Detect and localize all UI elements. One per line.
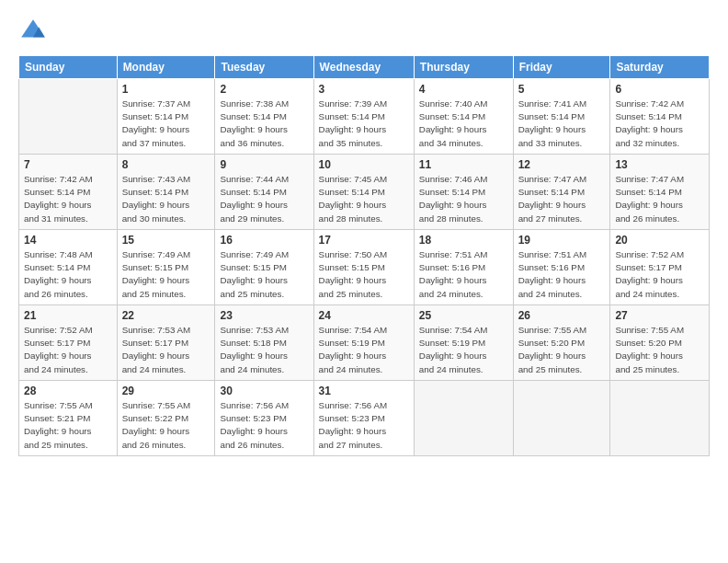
calendar-cell bbox=[610, 381, 710, 456]
day-info: Sunrise: 7:51 AM Sunset: 5:16 PM Dayligh… bbox=[419, 248, 508, 301]
day-number: 23 bbox=[220, 309, 308, 322]
calendar-week-2: 7Sunrise: 7:42 AM Sunset: 5:14 PM Daylig… bbox=[19, 155, 710, 230]
calendar-cell: 8Sunrise: 7:43 AM Sunset: 5:14 PM Daylig… bbox=[117, 155, 215, 230]
calendar-cell: 7Sunrise: 7:42 AM Sunset: 5:14 PM Daylig… bbox=[19, 155, 118, 230]
calendar-cell bbox=[414, 381, 513, 456]
calendar-cell: 19Sunrise: 7:51 AM Sunset: 5:16 PM Dayli… bbox=[513, 230, 610, 305]
day-number: 1 bbox=[122, 83, 210, 96]
day-number: 2 bbox=[220, 83, 308, 96]
day-info: Sunrise: 7:55 AM Sunset: 5:22 PM Dayligh… bbox=[122, 399, 210, 452]
calendar-cell: 15Sunrise: 7:49 AM Sunset: 5:15 PM Dayli… bbox=[117, 230, 215, 305]
calendar-cell bbox=[513, 381, 610, 456]
day-number: 5 bbox=[518, 83, 606, 96]
day-info: Sunrise: 7:37 AM Sunset: 5:14 PM Dayligh… bbox=[122, 98, 210, 150]
logo-icon bbox=[18, 17, 48, 46]
calendar-cell: 23Sunrise: 7:53 AM Sunset: 5:18 PM Dayli… bbox=[215, 305, 313, 381]
calendar-week-4: 21Sunrise: 7:52 AM Sunset: 5:17 PM Dayli… bbox=[19, 305, 710, 381]
day-info: Sunrise: 7:48 AM Sunset: 5:14 PM Dayligh… bbox=[24, 248, 112, 301]
day-number: 8 bbox=[122, 158, 210, 171]
day-info: Sunrise: 7:53 AM Sunset: 5:17 PM Dayligh… bbox=[122, 324, 210, 376]
day-number: 15 bbox=[122, 234, 210, 247]
day-info: Sunrise: 7:46 AM Sunset: 5:14 PM Dayligh… bbox=[419, 173, 508, 225]
weekday-header-saturday: Saturday bbox=[610, 56, 710, 79]
calendar-week-5: 28Sunrise: 7:55 AM Sunset: 5:21 PM Dayli… bbox=[19, 381, 710, 456]
calendar-cell: 18Sunrise: 7:51 AM Sunset: 5:16 PM Dayli… bbox=[414, 230, 513, 305]
weekday-header-sunday: Sunday bbox=[19, 56, 118, 79]
day-info: Sunrise: 7:41 AM Sunset: 5:14 PM Dayligh… bbox=[518, 98, 606, 150]
day-info: Sunrise: 7:53 AM Sunset: 5:18 PM Dayligh… bbox=[220, 324, 308, 376]
calendar-cell: 2Sunrise: 7:38 AM Sunset: 5:14 PM Daylig… bbox=[215, 79, 313, 155]
day-number: 7 bbox=[24, 158, 112, 171]
day-number: 28 bbox=[24, 385, 112, 397]
day-info: Sunrise: 7:42 AM Sunset: 5:14 PM Dayligh… bbox=[615, 98, 704, 150]
day-info: Sunrise: 7:55 AM Sunset: 5:20 PM Dayligh… bbox=[518, 324, 606, 376]
day-number: 11 bbox=[419, 158, 508, 171]
day-number: 3 bbox=[319, 83, 409, 96]
day-number: 12 bbox=[518, 158, 606, 171]
calendar-cell: 3Sunrise: 7:39 AM Sunset: 5:14 PM Daylig… bbox=[313, 79, 414, 155]
day-number: 24 bbox=[319, 309, 409, 322]
day-info: Sunrise: 7:54 AM Sunset: 5:19 PM Dayligh… bbox=[319, 324, 409, 376]
day-number: 9 bbox=[220, 158, 308, 171]
day-number: 18 bbox=[419, 234, 508, 247]
day-number: 29 bbox=[122, 385, 210, 397]
day-number: 22 bbox=[122, 309, 210, 322]
calendar-cell: 14Sunrise: 7:48 AM Sunset: 5:14 PM Dayli… bbox=[19, 230, 118, 305]
calendar-cell: 29Sunrise: 7:55 AM Sunset: 5:22 PM Dayli… bbox=[117, 381, 215, 456]
day-info: Sunrise: 7:55 AM Sunset: 5:21 PM Dayligh… bbox=[24, 399, 112, 452]
calendar-cell: 17Sunrise: 7:50 AM Sunset: 5:15 PM Dayli… bbox=[313, 230, 414, 305]
day-info: Sunrise: 7:50 AM Sunset: 5:15 PM Dayligh… bbox=[319, 248, 409, 301]
calendar-week-3: 14Sunrise: 7:48 AM Sunset: 5:14 PM Dayli… bbox=[19, 230, 710, 305]
calendar-week-1: 1Sunrise: 7:37 AM Sunset: 5:14 PM Daylig… bbox=[19, 79, 710, 155]
weekday-header-friday: Friday bbox=[513, 56, 610, 79]
calendar-cell: 22Sunrise: 7:53 AM Sunset: 5:17 PM Dayli… bbox=[117, 305, 215, 381]
day-info: Sunrise: 7:56 AM Sunset: 5:23 PM Dayligh… bbox=[220, 399, 308, 452]
day-number: 4 bbox=[419, 83, 508, 96]
day-number: 19 bbox=[518, 234, 606, 247]
calendar-header: SundayMondayTuesdayWednesdayThursdayFrid… bbox=[19, 56, 710, 79]
day-info: Sunrise: 7:47 AM Sunset: 5:14 PM Dayligh… bbox=[518, 173, 606, 225]
calendar-body: 1Sunrise: 7:37 AM Sunset: 5:14 PM Daylig… bbox=[19, 79, 710, 456]
day-info: Sunrise: 7:45 AM Sunset: 5:14 PM Dayligh… bbox=[319, 173, 409, 225]
day-number: 25 bbox=[419, 309, 508, 322]
day-info: Sunrise: 7:39 AM Sunset: 5:14 PM Dayligh… bbox=[319, 98, 409, 150]
calendar-cell: 4Sunrise: 7:40 AM Sunset: 5:14 PM Daylig… bbox=[414, 79, 513, 155]
day-info: Sunrise: 7:42 AM Sunset: 5:14 PM Dayligh… bbox=[24, 173, 112, 225]
calendar-cell: 26Sunrise: 7:55 AM Sunset: 5:20 PM Dayli… bbox=[513, 305, 610, 381]
day-number: 10 bbox=[319, 158, 409, 171]
day-info: Sunrise: 7:47 AM Sunset: 5:14 PM Dayligh… bbox=[615, 173, 704, 225]
header bbox=[18, 17, 710, 46]
calendar-cell: 20Sunrise: 7:52 AM Sunset: 5:17 PM Dayli… bbox=[610, 230, 710, 305]
day-info: Sunrise: 7:54 AM Sunset: 5:19 PM Dayligh… bbox=[419, 324, 508, 376]
logo bbox=[18, 17, 51, 46]
calendar-cell: 11Sunrise: 7:46 AM Sunset: 5:14 PM Dayli… bbox=[414, 155, 513, 230]
calendar-cell: 13Sunrise: 7:47 AM Sunset: 5:14 PM Dayli… bbox=[610, 155, 710, 230]
calendar-cell: 6Sunrise: 7:42 AM Sunset: 5:14 PM Daylig… bbox=[610, 79, 710, 155]
calendar-cell bbox=[19, 79, 118, 155]
day-number: 14 bbox=[24, 234, 112, 247]
day-number: 20 bbox=[615, 234, 704, 247]
weekday-header-row: SundayMondayTuesdayWednesdayThursdayFrid… bbox=[19, 56, 710, 79]
weekday-header-thursday: Thursday bbox=[414, 56, 513, 79]
day-info: Sunrise: 7:38 AM Sunset: 5:14 PM Dayligh… bbox=[220, 98, 308, 150]
day-info: Sunrise: 7:40 AM Sunset: 5:14 PM Dayligh… bbox=[419, 98, 508, 150]
day-number: 17 bbox=[319, 234, 409, 247]
calendar-cell: 25Sunrise: 7:54 AM Sunset: 5:19 PM Dayli… bbox=[414, 305, 513, 381]
day-info: Sunrise: 7:44 AM Sunset: 5:14 PM Dayligh… bbox=[220, 173, 308, 225]
day-number: 16 bbox=[220, 234, 308, 247]
weekday-header-tuesday: Tuesday bbox=[215, 56, 313, 79]
day-number: 27 bbox=[615, 309, 704, 322]
day-number: 31 bbox=[319, 385, 409, 397]
day-number: 26 bbox=[518, 309, 606, 322]
calendar-cell: 5Sunrise: 7:41 AM Sunset: 5:14 PM Daylig… bbox=[513, 79, 610, 155]
day-number: 30 bbox=[220, 385, 308, 397]
calendar-cell: 27Sunrise: 7:55 AM Sunset: 5:20 PM Dayli… bbox=[610, 305, 710, 381]
calendar-cell: 21Sunrise: 7:52 AM Sunset: 5:17 PM Dayli… bbox=[19, 305, 118, 381]
calendar-cell: 24Sunrise: 7:54 AM Sunset: 5:19 PM Dayli… bbox=[313, 305, 414, 381]
weekday-header-wednesday: Wednesday bbox=[313, 56, 414, 79]
calendar-cell: 12Sunrise: 7:47 AM Sunset: 5:14 PM Dayli… bbox=[513, 155, 610, 230]
calendar-table: SundayMondayTuesdayWednesdayThursdayFrid… bbox=[18, 55, 710, 456]
day-info: Sunrise: 7:49 AM Sunset: 5:15 PM Dayligh… bbox=[220, 248, 308, 301]
day-info: Sunrise: 7:52 AM Sunset: 5:17 PM Dayligh… bbox=[615, 248, 704, 301]
page: SundayMondayTuesdayWednesdayThursdayFrid… bbox=[0, 0, 728, 563]
